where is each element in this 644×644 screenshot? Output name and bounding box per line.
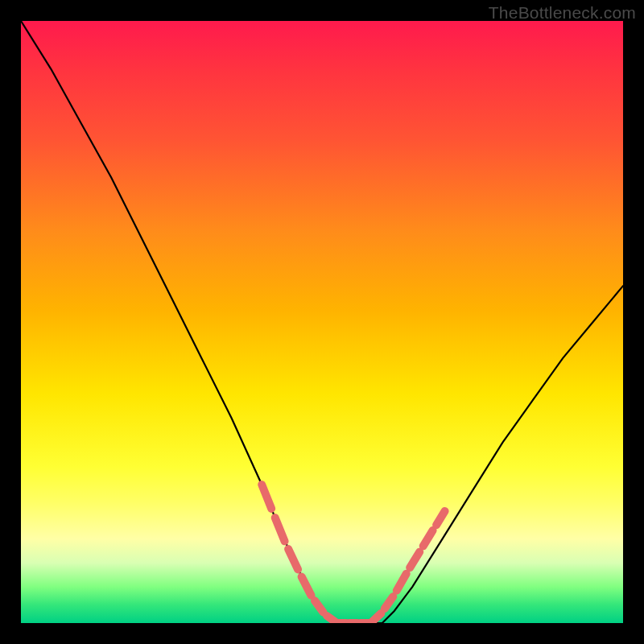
highlight-dash	[275, 518, 285, 541]
highlight-dash	[302, 576, 312, 595]
highlight-dashes	[262, 485, 444, 623]
highlight-dash	[436, 511, 445, 525]
chart-frame: TheBottleneck.com	[0, 0, 644, 644]
bottleneck-curve	[21, 21, 623, 623]
highlight-dash	[288, 549, 298, 569]
highlight-dash	[373, 613, 382, 621]
highlight-dash	[315, 601, 324, 612]
highlight-dash	[397, 574, 407, 591]
highlight-dash	[423, 530, 433, 547]
watermark-text: TheBottleneck.com	[489, 3, 636, 23]
highlight-dash	[327, 616, 336, 622]
plot-area	[21, 21, 623, 623]
highlight-dash	[410, 552, 419, 568]
highlight-dash	[385, 597, 394, 609]
curve-layer	[21, 21, 623, 623]
highlight-dash	[262, 485, 271, 509]
